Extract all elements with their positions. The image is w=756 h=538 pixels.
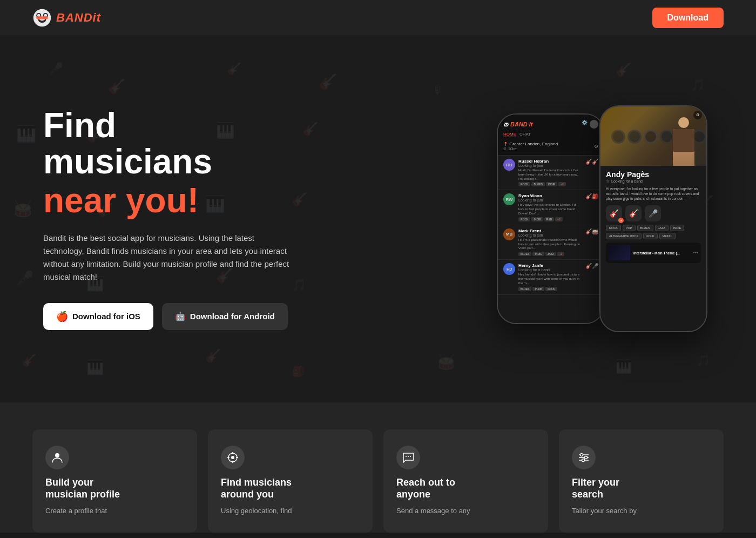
table-row: RH Russel Hebran Looking to jam Hi all, … (498, 156, 604, 190)
svg-rect-7 (36, 16, 48, 19)
genre-tags: BLUES PUNK FOLK (518, 287, 582, 291)
genre-pill: POP (623, 225, 636, 231)
genre-tag: +2 (555, 217, 563, 221)
filter-icon: ⚙ (594, 144, 598, 149)
apple-icon: 🍎 (56, 311, 68, 322)
bg-icon-mic: 🎤 (49, 62, 63, 76)
more-options-icon[interactable]: ••• (693, 250, 698, 255)
profile-settings-icon[interactable]: ⚙ (693, 111, 702, 119)
svg-point-22 (585, 456, 588, 459)
musician-bio: Hi all, I'm Russel, I'm from France but … (518, 169, 582, 181)
location-text: 📍 Greater London, England (503, 142, 558, 146)
settings-icon: ⚙️ (582, 120, 588, 129)
musician-bio: Hey guys! I've just moved to London, I'd… (518, 203, 582, 216)
location-bar: 📍 Greater London, England ⊙ 10km ⚙ (498, 139, 604, 156)
genre-pill: ROCK (606, 225, 621, 231)
left-phone-screen: 🐼 BANDit ⚙️ HOME CHAT (498, 115, 604, 323)
star-icon: ☆ (606, 179, 610, 184)
bg-icon-guitar4: 🎸 (616, 62, 632, 77)
tab-home: HOME (503, 132, 516, 137)
feature-title-find: Find musiciansaround you (221, 477, 360, 500)
bg-icon-bag1: 🎒 (292, 365, 305, 378)
avatar: HJ (503, 263, 515, 275)
genre-tags: BLUES INDIE JAZZ +2 (518, 252, 582, 256)
genre-tag: ROCK (518, 217, 530, 221)
location-icon (227, 452, 239, 463)
logo-text: BANDit (56, 11, 101, 25)
feature-icon-find (221, 446, 245, 469)
feature-title-reach: Reach out toanyone (396, 477, 535, 500)
profile-photo (669, 117, 698, 166)
app-header: 🐼 BANDit ⚙️ (498, 115, 604, 132)
musician-bio: Hi, I'm a passionate musician who would … (518, 238, 582, 251)
feature-desc-find: Using geolocation, find (221, 506, 360, 516)
musician-status: Looking to jam (518, 233, 582, 237)
youtube-info: Interstellar - Main Theme (... (633, 251, 690, 255)
person-icon (51, 452, 63, 463)
hero-content: Find musicians near you! Bandit is the b… (0, 75, 335, 362)
location-radius: ⊙ 10km (503, 146, 558, 151)
genre-tag: +2 (557, 252, 565, 256)
feature-icon-reach (396, 446, 420, 469)
filter-icon (578, 452, 590, 463)
table-row: MB Mark Brent Looking to jam Hi, I'm a p… (498, 225, 604, 260)
phone-right: ⚙ Andy Pagès ☆ Looking for a band Hi eve… (599, 105, 707, 332)
user-avatar-small (590, 120, 598, 129)
musician-name: Henry Janfe (518, 263, 582, 268)
genre-pill: JAZZ (655, 225, 669, 231)
genre-tag: INDIE (531, 217, 543, 221)
genre-pill: BLUES (637, 225, 653, 231)
avatar: MB (503, 228, 515, 240)
phones-container: 🐼 BANDit ⚙️ HOME CHAT (497, 105, 713, 332)
genre-tag: JAZZ (545, 252, 556, 256)
nav-tabs: HOME CHAT (503, 132, 531, 137)
chat-icon (402, 452, 414, 463)
musician-info: Mark Brent Looking to jam Hi, I'm a pass… (518, 228, 582, 256)
app-logo-small: 🐼 BANDit (503, 121, 533, 127)
nav-download-button[interactable]: Download (652, 8, 724, 28)
feature-desc-reach: Send a message to any (396, 506, 535, 516)
musician-name: Russel Hebran (518, 159, 582, 164)
musician-info: Russel Hebran Looking to jam Hi all, I'm… (518, 159, 582, 186)
musician-list: RH Russel Hebran Looking to jam Hi all, … (498, 156, 604, 323)
profile-body: Andy Pagès ☆ Looking for a band Hi every… (600, 166, 706, 331)
bg-icon-mic2: 🎙 (432, 84, 444, 98)
genre-pill: METAL (659, 233, 676, 239)
svg-point-10 (231, 456, 234, 459)
feature-desc-filter: Tailor your search by (572, 506, 711, 516)
hero-section: 🎤 🎸 🎸 🎸 🎙 🎸 🎵 🎹 🎸 🎹 🎸 🎹 🎸 🥁 🎸 🎹 🎸 🥁 🎸 🎤 … (0, 35, 756, 402)
genre-pill: INDIE (670, 225, 685, 231)
phone-left: 🐼 BANDit ⚙️ HOME CHAT (497, 113, 605, 324)
ios-download-button[interactable]: 🍎 Download for iOS (43, 303, 153, 330)
genre-pill: FOLK (643, 233, 657, 239)
right-phone-screen: ⚙ Andy Pagès ☆ Looking for a band Hi eve… (600, 106, 706, 331)
table-row: RW Ryan Woon Looking to jam Hey guys! I'… (498, 190, 604, 225)
android-download-button[interactable]: 🤖 Download for Android (162, 303, 288, 330)
table-row: HJ Henry Janfe Looking for a band Hey fr… (498, 260, 604, 294)
genre-tags: ROCK BLUES INDIE +2 (518, 182, 582, 186)
genre-tags: ROCK INDIE R&B +2 (518, 217, 582, 221)
svg-point-16 (408, 456, 409, 457)
genre-tag: BLUES (518, 252, 531, 256)
musician-name: Mark Brent (518, 228, 582, 233)
genre-tag: BLUES (531, 182, 544, 186)
star-badge: ★ (618, 218, 624, 223)
feature-card-filter: Filter yoursearch Tailor your search by (559, 429, 724, 533)
feature-card-profile: Build yourmusician profile Create a prof… (32, 429, 197, 533)
feature-icon-profile (45, 446, 69, 469)
instrument-button-guitar[interactable]: 🎸 ★ (606, 205, 622, 221)
youtube-card[interactable]: ▶ Interstellar - Main Theme (... ••• (606, 243, 701, 263)
genre-tag: ROCK (518, 182, 530, 186)
hero-description: Bandit is the best social app for musici… (43, 232, 292, 284)
android-icon: 🤖 (175, 311, 186, 321)
genre-tag: PUNK (532, 287, 544, 291)
profile-name: Andy Pagès (606, 170, 701, 179)
feature-title-filter: Filter yoursearch (572, 477, 711, 500)
instrument-button-mic[interactable]: 🎤 (645, 205, 661, 221)
app-header-icons: ⚙️ (582, 120, 598, 129)
musician-instrument-icons: 🎸🎤 (585, 263, 598, 269)
svg-point-21 (580, 454, 583, 456)
musician-status: Looking to jam (518, 198, 582, 202)
logo-icon (32, 8, 52, 28)
instrument-button-guitar2[interactable]: 🎸 (625, 205, 642, 221)
